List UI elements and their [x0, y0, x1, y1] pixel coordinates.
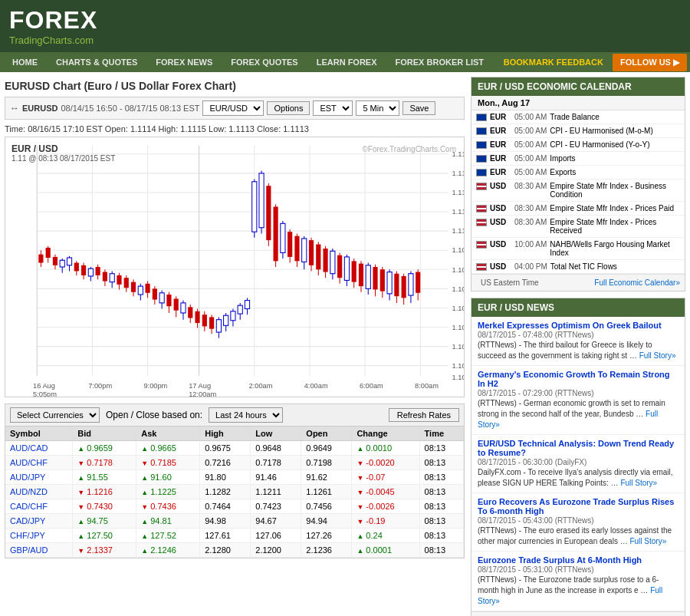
- news-meta: 08/17/2015 - 05:31:00 (RTTNews): [478, 565, 678, 574]
- svg-rect-109: [352, 261, 356, 282]
- last24-select[interactable]: Last 24 hours: [209, 407, 283, 423]
- table-row: AUD/CHF ▼ 0.7178 ▼ 0.7185 0.7216 0.7178 …: [5, 456, 464, 470]
- chart-date-range: 08/14/15 16:50 - 08/17/15 08:13 EST: [61, 104, 199, 113]
- chart-controls: ↔ EURUSD 08/14/15 16:50 - 08/17/15 08:13…: [5, 97, 465, 120]
- chart-watermark: ©Forex.TradingCharts.Com: [362, 145, 456, 153]
- cell-change: ▲ 0.24: [352, 529, 419, 543]
- table-row: CAD/JPY ▲ 94.75 ▲ 94.81 94.98 94.67 94.9…: [5, 514, 464, 529]
- econ-event-name: Trade Balance: [550, 113, 680, 121]
- nav-news[interactable]: FOREX NEWS: [146, 52, 222, 72]
- eu-flag-icon: [476, 114, 487, 121]
- cell-high: 127.61: [200, 529, 251, 543]
- svg-rect-79: [245, 301, 249, 309]
- nav-charts[interactable]: CHARTS & QUOTES: [47, 52, 146, 72]
- news-headline[interactable]: Euro Recovers As Eurozone Trade Surplus …: [478, 497, 678, 516]
- news-headline[interactable]: Merkel Expresses Optimism On Greek Bailo…: [478, 321, 678, 330]
- cell-ask: ▲ 1.1225: [136, 485, 200, 499]
- nav-broker[interactable]: FOREX BROKER LIST: [386, 52, 494, 72]
- svg-rect-33: [81, 265, 86, 275]
- econ-currency: USD: [490, 262, 511, 271]
- svg-rect-85: [266, 186, 271, 240]
- news-full-story-link[interactable]: Full Story»: [478, 586, 662, 605]
- econ-time: 05:00 AM: [514, 140, 547, 149]
- full-calendar-link[interactable]: Full Economic Calendar»: [594, 278, 680, 287]
- currencies-select[interactable]: Select Currencies: [10, 407, 100, 423]
- econ-time: 05:00 AM: [514, 154, 547, 163]
- svg-rect-101: [323, 249, 327, 272]
- news-headline[interactable]: Germany's Economic Growth To Remain Stro…: [478, 370, 678, 388]
- news-full-story-link[interactable]: Full Story»: [478, 410, 658, 429]
- svg-rect-29: [67, 258, 71, 265]
- econ-currency: USD: [490, 204, 511, 212]
- nav-home[interactable]: HOME: [3, 52, 47, 72]
- col-time: Time: [419, 427, 463, 441]
- news-full-story-link[interactable]: Full Story»: [629, 537, 666, 545]
- main-nav: HOME CHARTS & QUOTES FOREX NEWS FOREX QU…: [0, 52, 690, 72]
- table-row: AUD/CAD ▲ 0.9659 ▲ 0.9665 0.9675 0.9648 …: [5, 441, 464, 456]
- cell-high: 0.7464: [200, 499, 251, 514]
- econ-event-row: USD 10:00 AM NAHB/Wells Fargo Housing Ma…: [472, 238, 685, 260]
- svg-rect-111: [359, 264, 363, 286]
- news-full-story-link[interactable]: Full Story»: [639, 351, 676, 360]
- svg-rect-63: [188, 307, 192, 318]
- svg-text:1.1115: 1.1115: [452, 169, 464, 177]
- bookmark-feedback-btn[interactable]: BOOKMARK FEEDBACK: [498, 52, 610, 72]
- cell-symbol: AUD/JPY: [5, 470, 73, 485]
- chart-pair-label: EURUSD: [22, 104, 58, 113]
- nav-right-actions: BOOKMARK FEEDBACK FOLLOW US ▶: [498, 52, 687, 72]
- cell-time: 08:13: [419, 529, 463, 543]
- svg-text:2:00am: 2:00am: [249, 381, 273, 390]
- col-high: High: [200, 427, 251, 441]
- news-item: EUR/USD Technical Analysis: Down Trend R…: [472, 435, 685, 493]
- svg-rect-119: [387, 272, 392, 294]
- cell-high: 2.1280: [200, 543, 251, 558]
- table-row: GBP/AUD ▼ 2.1337 ▲ 2.1246 2.1280 2.1200 …: [5, 543, 464, 558]
- svg-rect-41: [110, 274, 114, 282]
- svg-rect-23: [46, 248, 51, 258]
- econ-event-name: Empire State Mfr Index - Prices Received: [550, 218, 680, 235]
- table-row: AUD/NZD ▼ 1.1216 ▲ 1.1225 1.1282 1.1211 …: [5, 485, 464, 499]
- cell-time: 08:13: [419, 456, 463, 470]
- econ-event-row: EUR 05:00 AM Trade Balance: [472, 110, 685, 124]
- econ-currency: USD: [490, 218, 511, 226]
- cell-bid: ▼ 0.7430: [73, 499, 136, 514]
- svg-rect-75: [231, 311, 235, 321]
- cell-high: 91.80: [200, 470, 251, 485]
- us-flag-icon: [476, 183, 487, 190]
- cell-bid: ▲ 94.75: [73, 514, 136, 529]
- svg-text:4:00am: 4:00am: [304, 381, 328, 390]
- pair-select[interactable]: EUR/USD: [202, 100, 264, 116]
- timezone-select[interactable]: EST: [313, 100, 353, 116]
- news-full-story-link[interactable]: Full Story»: [620, 479, 657, 487]
- cell-symbol: AUD/CAD: [5, 441, 73, 456]
- svg-rect-39: [103, 272, 107, 282]
- svg-text:1.1090: 1.1090: [452, 265, 464, 273]
- cell-bid: ▼ 0.7178: [73, 456, 136, 470]
- col-bid: Bid: [73, 427, 136, 441]
- svg-rect-37: [96, 267, 100, 275]
- follow-us-btn[interactable]: FOLLOW US ▶: [613, 54, 687, 71]
- svg-text:16 Aug: 16 Aug: [33, 381, 55, 390]
- svg-rect-53: [153, 288, 157, 299]
- nav-quotes[interactable]: FOREX QUOTES: [222, 52, 307, 72]
- interval-select[interactable]: 5 Min: [356, 100, 399, 116]
- news-headline[interactable]: Eurozone Trade Surplus At 6-Month High: [478, 555, 678, 565]
- svg-text:1.1065: 1.1065: [452, 361, 464, 370]
- news-item: Eurozone Trade Surplus At 6-Month High 0…: [472, 552, 685, 611]
- news-headline[interactable]: EUR/USD Technical Analysis: Down Trend R…: [478, 439, 678, 457]
- cell-time: 08:13: [419, 499, 463, 514]
- refresh-rates-button[interactable]: Refresh Rates: [389, 408, 459, 422]
- econ-event-row: EUR 05:00 AM Imports: [472, 152, 685, 166]
- news-item: Merkel Expresses Optimism On Greek Bailo…: [472, 317, 685, 366]
- cell-symbol: AUD/CHF: [5, 456, 73, 470]
- svg-rect-49: [138, 286, 143, 295]
- econ-event-name: NAHB/Wells Fargo Housing Market Index: [550, 240, 680, 257]
- options-button[interactable]: Options: [267, 101, 310, 115]
- cell-open: 2.1236: [301, 543, 352, 558]
- save-button[interactable]: Save: [402, 101, 435, 115]
- econ-time: 10:00 AM: [514, 240, 547, 249]
- cell-low: 127.06: [251, 529, 301, 543]
- cell-symbol: CHF/JPY: [5, 529, 73, 543]
- svg-rect-65: [195, 311, 199, 323]
- nav-learn[interactable]: LEARN FOREX: [307, 52, 386, 72]
